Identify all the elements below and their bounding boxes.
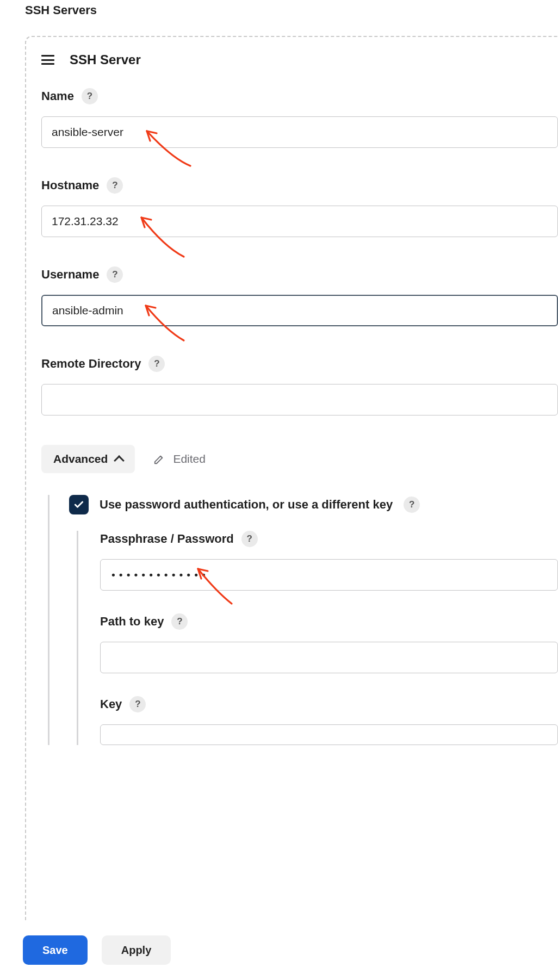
remote-directory-label: Remote Directory xyxy=(41,357,141,371)
help-icon[interactable]: ? xyxy=(171,613,188,630)
chevron-up-icon xyxy=(114,455,125,466)
pencil-icon xyxy=(153,453,165,465)
help-icon[interactable]: ? xyxy=(82,88,98,104)
hostname-label: Hostname xyxy=(41,178,99,193)
edited-label: Edited xyxy=(173,452,206,466)
name-label: Name xyxy=(41,89,74,103)
path-to-key-input[interactable] xyxy=(100,642,558,673)
key-label: Key xyxy=(100,697,122,711)
save-button[interactable]: Save xyxy=(23,935,88,965)
drag-handle-icon[interactable] xyxy=(41,55,54,65)
passphrase-label: Passphrase / Password xyxy=(100,532,234,546)
field-remote-directory: Remote Directory ? xyxy=(41,356,558,415)
username-label: Username xyxy=(41,268,99,282)
field-hostname: Hostname ? xyxy=(41,177,558,237)
ssh-server-panel: SSH Server Name ? Hostname ? Username ? … xyxy=(25,36,558,980)
edited-indicator: Edited xyxy=(153,452,206,466)
name-input[interactable] xyxy=(41,116,558,148)
help-icon[interactable]: ? xyxy=(148,356,165,372)
help-icon[interactable]: ? xyxy=(107,177,123,194)
use-password-auth-row: Use password authentication, or use a di… xyxy=(69,495,558,514)
passphrase-input[interactable] xyxy=(100,559,558,591)
field-name: Name ? xyxy=(41,88,558,148)
advanced-toggle-label: Advanced xyxy=(53,452,108,466)
help-icon[interactable]: ? xyxy=(404,497,420,513)
ssh-server-title: SSH Server xyxy=(70,52,141,67)
field-key: Key ? xyxy=(100,696,558,745)
path-to-key-label: Path to key xyxy=(100,615,164,629)
server-header: SSH Server xyxy=(41,52,558,67)
username-input[interactable] xyxy=(41,295,558,326)
help-icon[interactable]: ? xyxy=(241,531,258,547)
field-path-to-key: Path to key ? xyxy=(100,613,558,673)
key-input[interactable] xyxy=(100,724,558,745)
apply-button[interactable]: Apply xyxy=(102,935,171,965)
footer-bar: Save Apply xyxy=(0,920,558,980)
use-password-auth-label: Use password authentication, or use a di… xyxy=(100,498,393,512)
hostname-input[interactable] xyxy=(41,206,558,237)
field-username: Username ? xyxy=(41,266,558,326)
help-icon[interactable]: ? xyxy=(129,696,146,712)
auth-nested-body: Passphrase / Password ? Path to key ? Ke… xyxy=(77,531,558,745)
advanced-body: Use password authentication, or use a di… xyxy=(48,495,558,745)
help-icon[interactable]: ? xyxy=(107,266,123,283)
use-password-auth-checkbox[interactable] xyxy=(69,495,89,514)
section-title: SSH Servers xyxy=(0,0,558,17)
remote-directory-input[interactable] xyxy=(41,384,558,415)
advanced-row: Advanced Edited xyxy=(41,445,558,473)
advanced-toggle-button[interactable]: Advanced xyxy=(41,445,135,473)
field-passphrase: Passphrase / Password ? xyxy=(100,531,558,591)
